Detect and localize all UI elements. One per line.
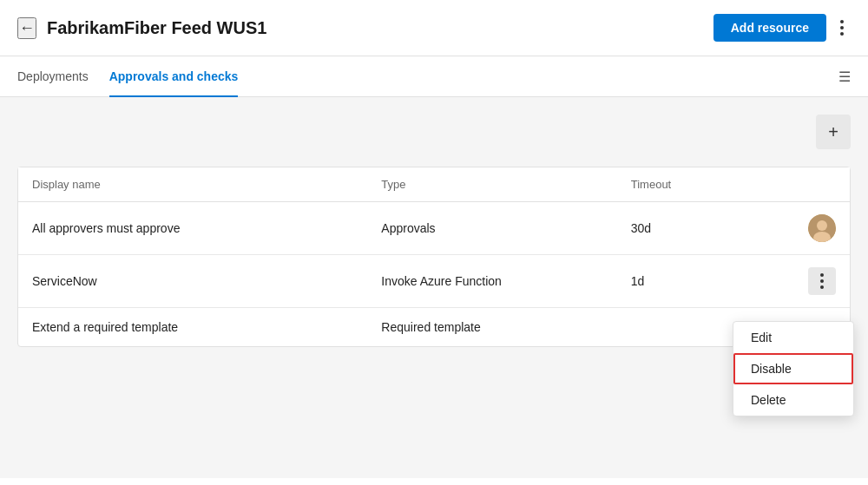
context-menu-disable[interactable]: Disable (733, 353, 853, 384)
avatar (808, 214, 836, 242)
context-menu-delete[interactable]: Delete (733, 384, 853, 416)
table-row: ServiceNow Invoke Azure Function 1d (18, 255, 850, 308)
row3-timeout (617, 308, 742, 347)
table-row: All approvers must approve Approvals 30d (18, 202, 850, 255)
plus-icon: + (828, 122, 838, 142)
kebab-icon (820, 273, 824, 289)
user-avatar-svg (808, 214, 836, 242)
back-icon: ← (19, 19, 35, 37)
row2-actions (741, 255, 850, 308)
tab-approvals-and-checks[interactable]: Approvals and checks (109, 57, 239, 97)
more-icon (840, 20, 844, 36)
col-header-type: Type (367, 167, 616, 202)
tabs: Deployments Approvals and checks ☰ (0, 56, 868, 97)
col-header-timeout: Timeout (617, 167, 742, 202)
row2-timeout: 1d (617, 255, 742, 308)
row1-actions (741, 202, 850, 255)
row2-type: Invoke Azure Function (367, 255, 616, 308)
col-header-actions (741, 167, 850, 202)
context-menu: Edit Disable Delete (733, 321, 854, 416)
row1-type: Approvals (367, 202, 616, 255)
add-check-button[interactable]: + (816, 115, 851, 149)
row3-type: Required template (367, 308, 616, 347)
col-header-name: Display name (18, 167, 367, 202)
row2-name: ServiceNow (18, 255, 367, 308)
svg-point-1 (817, 220, 827, 231)
page: ← FabrikamFiber Feed WUS1 Add resource D… (0, 0, 868, 485)
approvals-table: Display name Type Timeout All approvers … (18, 167, 850, 346)
table-row: Extend a required template Required temp… (18, 308, 850, 347)
tab-deployments[interactable]: Deployments (17, 57, 89, 97)
more-options-button[interactable] (833, 16, 851, 39)
row2-kebab-button[interactable] (808, 267, 836, 295)
back-button[interactable]: ← (17, 17, 36, 39)
context-menu-edit[interactable]: Edit (733, 322, 853, 353)
row3-name: Extend a required template (18, 308, 367, 347)
approvals-table-container: Display name Type Timeout All approvers … (17, 167, 851, 347)
add-resource-button[interactable]: Add resource (713, 14, 826, 42)
header: ← FabrikamFiber Feed WUS1 Add resource (0, 0, 868, 56)
content-area: + Display name Type Timeout All approver… (0, 97, 868, 478)
row1-name: All approvers must approve (18, 202, 367, 255)
row1-timeout: 30d (617, 202, 742, 255)
filter-icon[interactable]: ☰ (838, 69, 851, 85)
page-title: FabrikamFiber Feed WUS1 (47, 18, 713, 38)
